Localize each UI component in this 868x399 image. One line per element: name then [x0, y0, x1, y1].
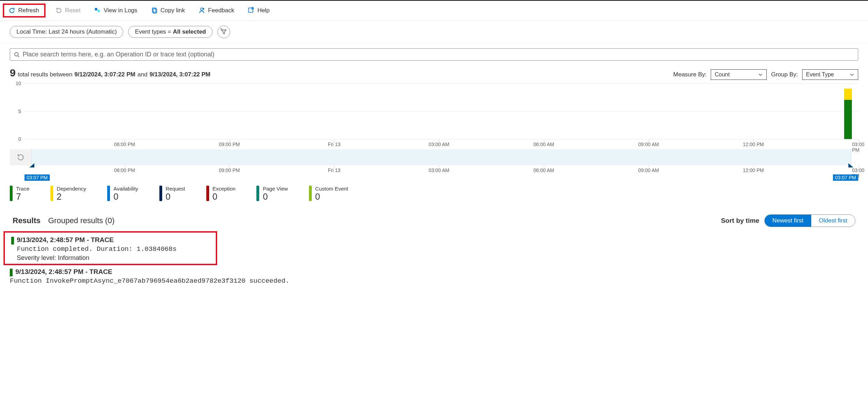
add-filter-button[interactable]: + [218, 26, 230, 38]
copy-link-button[interactable]: Copy link [147, 5, 188, 16]
x-tick: 09:00 PM [219, 167, 240, 173]
view-in-logs-label: View in Logs [104, 7, 137, 14]
measure-by-label: Measure By: [673, 71, 707, 78]
event-types-pill[interactable]: Event types = All selected [128, 26, 213, 38]
trace-stripe [11, 237, 14, 245]
bar-segment-trace [844, 100, 852, 139]
refresh-icon [8, 7, 15, 14]
result-header: 9/13/2024, 2:48:57 PM - TRACE [17, 236, 114, 245]
measure-by-select[interactable]: Count [711, 69, 767, 80]
brush-end-label: 03:07 PM [833, 174, 858, 181]
x-tick: 09:00 PM [219, 142, 240, 147]
toolbar: Refresh Reset View in Logs Copy link Fee… [0, 0, 868, 21]
legend-item[interactable]: Dependency2 [50, 186, 86, 202]
plus-icon: + [220, 27, 222, 32]
result-highlight: 9/13/2024, 2:48:57 PM - TRACE Function c… [4, 231, 217, 265]
legend-item[interactable]: Exception0 [206, 186, 236, 202]
legend-color-bar [159, 186, 162, 201]
x-tick: 09:00 AM [638, 142, 659, 147]
svg-point-4 [200, 8, 203, 11]
logs-icon [94, 7, 101, 14]
refresh-highlight: Refresh [3, 4, 46, 18]
y-tick: 0 [18, 136, 21, 142]
legend-row: Trace7Dependency2Availability0Request0Ex… [0, 183, 868, 202]
legend-label: Dependency [57, 186, 86, 192]
chevron-down-icon [849, 72, 854, 77]
legend-value: 0 [166, 192, 185, 202]
legend-item[interactable]: Request0 [159, 186, 185, 202]
legend-label: Trace [16, 186, 29, 192]
x-tick: 09:00 AM [638, 167, 659, 173]
chart-bar[interactable] [844, 89, 852, 139]
legend-label: Page View [263, 186, 288, 192]
result-item[interactable]: 9/13/2024, 2:48:57 PM - TRACE Function I… [10, 267, 868, 285]
legend-value: 0 [263, 192, 288, 202]
x-tick: 06:00 PM [114, 142, 135, 147]
svg-point-5 [203, 8, 204, 9]
chart-main[interactable]: 0510 [25, 83, 858, 139]
legend-color-bar [107, 186, 110, 201]
x-tick: 06:00 AM [533, 142, 554, 147]
brush-start-label: 03:07 PM [25, 174, 50, 181]
legend-item[interactable]: Availability0 [107, 186, 138, 202]
tab-grouped-results[interactable]: Grouped results (0) [48, 216, 115, 225]
svg-point-1 [97, 10, 100, 13]
x-tick: Fri 13 [328, 142, 340, 147]
time-range-pill[interactable]: Local Time: Last 24 hours (Automatic) [10, 26, 123, 38]
legend-color-bar [206, 186, 209, 201]
reset-label: Reset [65, 7, 81, 14]
x-tick: 03:00 AM [429, 167, 449, 173]
legend-value: 0 [113, 192, 138, 202]
view-in-logs-button[interactable]: View in Logs [90, 5, 141, 16]
tab-results[interactable]: Results [13, 216, 40, 225]
brush-selection[interactable] [32, 149, 851, 165]
group-by-value: Event Type [806, 71, 834, 78]
search-wrap [0, 43, 868, 63]
results-header: Results Grouped results (0) Sort by time… [0, 202, 868, 230]
search-input[interactable] [23, 51, 854, 58]
time-range-label: Local Time: Last 24 hours (Automatic) [16, 28, 117, 35]
result-message: Function completed. Duration: 1.0384068s [17, 245, 209, 253]
chart-controls: Measure By: Count Group By: Event Type [673, 69, 858, 80]
legend-item[interactable]: Custom Event0 [309, 186, 348, 202]
result-count: 9 [10, 67, 16, 79]
group-by-label: Group By: [771, 71, 798, 78]
help-label: Help [257, 7, 270, 14]
brush-reset-button[interactable] [10, 149, 32, 165]
measure-by-value: Count [715, 71, 730, 78]
legend-value: 7 [16, 192, 29, 202]
x-tick: 12:00 PM [743, 142, 764, 147]
group-by-select[interactable]: Event Type [802, 69, 858, 80]
sort-newest-first[interactable]: Newest first [765, 215, 811, 227]
chart-x-axis: 06:00 PM09:00 PMFri 1303:00 AM06:00 AM09… [25, 139, 858, 149]
legend-label: Request [166, 186, 185, 192]
legend-value: 0 [315, 192, 348, 202]
legend-item[interactable]: Page View0 [256, 186, 288, 202]
search-box[interactable] [10, 48, 858, 61]
result-message: Function InvokePromptAsync_e7067ab796954… [10, 277, 868, 285]
help-icon [248, 7, 255, 14]
reset-button: Reset [52, 5, 84, 16]
result-item[interactable]: 9/13/2024, 2:48:57 PM - TRACE [11, 235, 209, 245]
refresh-button[interactable]: Refresh [6, 6, 41, 15]
legend-item[interactable]: Trace7 [10, 186, 29, 202]
legend-value: 0 [213, 192, 236, 202]
legend-color-bar [309, 186, 312, 201]
y-tick: 5 [18, 109, 21, 114]
result-severity: Severity level: Information [17, 254, 209, 262]
trace-stripe [10, 269, 13, 276]
feedback-button[interactable]: Feedback [195, 5, 238, 16]
legend-value: 2 [57, 192, 86, 202]
gridline [25, 83, 858, 84]
undo-icon [16, 153, 25, 161]
brush-x-axis: 06:00 PM09:00 PMFri 1303:00 AM06:00 AM09… [25, 165, 858, 174]
sort-oldest-first[interactable]: Oldest first [811, 215, 855, 227]
feedback-label: Feedback [208, 7, 234, 14]
filter-row: Local Time: Last 24 hours (Automatic) Ev… [0, 21, 868, 43]
help-button[interactable]: Help [244, 5, 273, 16]
x-tick: 03:00 AM [429, 142, 449, 147]
bar-segment-dependency [844, 89, 852, 100]
chart-area: 0510 06:00 PM09:00 PMFri 1303:00 AM06:00… [0, 81, 868, 183]
chart-brush[interactable] [25, 149, 858, 165]
summary-text1: total results between [18, 71, 73, 78]
